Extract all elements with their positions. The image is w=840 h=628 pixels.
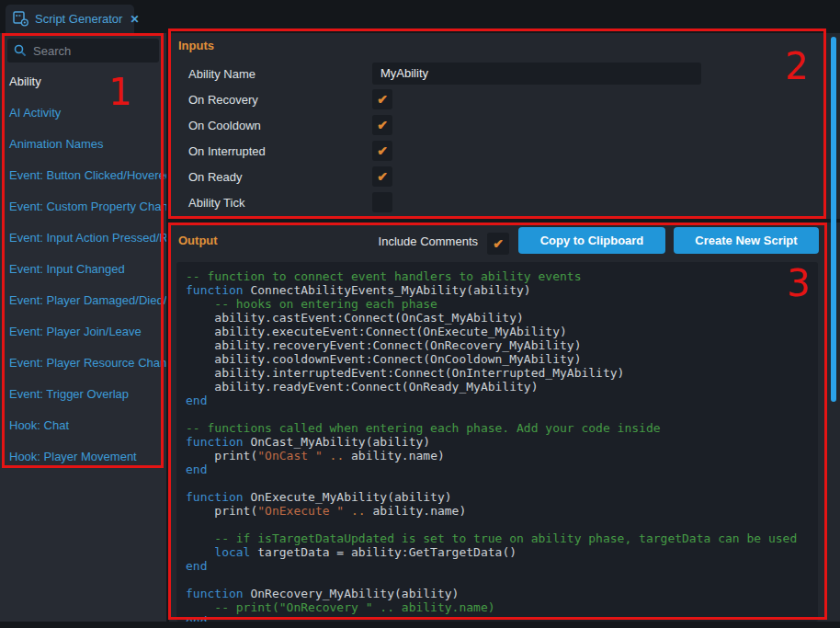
include-comments-checkbox[interactable]: ✔ [487,233,509,255]
sidebar-item[interactable]: Event: Input Changed [0,254,166,285]
code-line: ability.castEvent:Connect(OnCast_MyAbili… [186,311,809,325]
code-line: -- print("OnRecovery " .. ability.name) [186,600,809,614]
check-icon: ✔ [377,119,388,131]
code-line: -- functions called when entering each p… [186,421,809,435]
tab-bar: Script Generator ✕ [0,0,840,33]
sidebar-item[interactable]: AI Activity [0,97,166,129]
vertical-scrollbar[interactable] [831,37,836,402]
code-line: print("OnCast " .. ability.name) [186,449,809,462]
sidebar-item[interactable]: Hook: Chat [0,410,166,441]
code-line: -- function to connect event handlers to… [186,269,809,283]
create-new-script-button[interactable]: Create New Script [674,227,819,254]
output-header: Output [178,234,218,247]
code-line: -- hooks on entering each phase [186,297,809,311]
sidebar-item[interactable]: Ability [0,66,166,97]
code-line: ability.readyEvent:Connect(OnReady_MyAbi… [186,380,809,394]
check-icon: ✔ [377,170,388,183]
sidebar-item[interactable]: Hook: Player Movement [0,441,166,473]
input-label: On Ready [188,170,372,184]
code-line: ability.recoveryEvent:Connect(OnRecovery… [186,338,809,352]
code-line: function OnRecovery_MyAbility(ability) [186,587,809,600]
code-line: local targetData = ability:GetTargetData… [186,545,809,559]
on-ready-checkbox[interactable]: ✔ [372,166,392,187]
code-line: ability.interruptedEvent:Connect(OnInter… [186,366,809,380]
code-line: end [186,394,809,407]
code-line: print("OnExecute " .. ability.name) [186,504,809,518]
window-bottom-edge [0,622,840,628]
include-comments-label: Include Comments [371,234,478,248]
sidebar-list: AbilityAI ActivityAnimation NamesEvent: … [0,66,166,473]
code-line [186,518,809,531]
sidebar-item[interactable]: Event: Trigger Overlap [0,379,166,410]
input-row: On Interrupted✔ [169,138,840,164]
input-label: On Interrupted [188,144,372,158]
check-icon: ✔ [377,93,388,106]
copy-to-clipboard-button[interactable]: Copy to Clipboard [518,227,665,254]
sidebar-item[interactable]: Event: Player Damaged/Died/Respawned [0,285,166,316]
input-row: Ability NameMyAbility [169,61,840,86]
code-block[interactable]: -- function to connect event handlers to… [176,262,818,622]
sidebar: AbilityAI ActivityAnimation NamesEvent: … [0,33,166,622]
script-generator-window: Script Generator ✕ AbilityAI ActivityAni… [0,0,840,628]
input-label: On Cooldown [188,119,372,132]
code-line: function ConnectAbilityEvents_MyAbility(… [186,283,809,297]
search-input[interactable] [31,43,142,59]
input-label: Ability Name [188,67,372,81]
sidebar-item[interactable]: Event: Player Resource Changed [0,348,166,379]
tab-script-generator[interactable]: Script Generator ✕ [6,5,134,33]
code-line: function OnCast_MyAbility(ability) [186,435,809,449]
sidebar-item[interactable]: Event: Custom Property Changed [0,191,166,223]
output-panel: Output Include Comments ✔ Copy to Clipbo… [169,223,840,622]
ability-name-input[interactable]: MyAbility [372,63,701,85]
code-line: function OnExecute_MyAbility(ability) [186,490,809,504]
input-row: On Ready✔ [169,164,840,189]
input-row: On Cooldown✔ [169,112,840,138]
sidebar-item[interactable]: Event: Player Join/Leave [0,316,166,348]
on-cooldown-checkbox[interactable]: ✔ [372,115,392,135]
on-recovery-checkbox[interactable]: ✔ [372,89,392,109]
on-interrupted-checkbox[interactable]: ✔ [372,141,392,161]
check-icon: ✔ [377,144,388,157]
check-icon: ✔ [493,237,504,250]
code-line: end [186,614,809,622]
code-line: ability.executeEvent:Connect(OnExecute_M… [186,325,809,338]
inputs-rows: Ability NameMyAbilityOn Recovery✔On Cool… [169,61,840,215]
code-line: end [186,559,809,573]
code-line [186,407,809,421]
tab-close-icon[interactable]: ✕ [130,13,139,26]
tab-title: Script Generator [35,12,122,26]
inputs-panel: Inputs Ability NameMyAbilityOn Recovery✔… [169,33,840,219]
code-line: ability.cooldownEvent:Connect(OnCooldown… [186,352,809,366]
input-row: On Recovery✔ [169,86,840,112]
script-generator-icon [13,11,29,27]
input-row: Ability Tick [169,189,840,215]
sidebar-item[interactable]: Event: Button Clicked/Hovered [0,160,166,191]
sidebar-item[interactable]: Animation Names [0,129,166,160]
search-box[interactable] [7,39,159,63]
search-icon [14,44,27,57]
ability-tick-checkbox[interactable] [372,192,392,212]
input-label: On Recovery [188,93,372,107]
input-label: Ability Tick [188,196,372,210]
inputs-header: Inputs [178,39,214,52]
code-line [186,573,809,587]
code-line: -- if isTargetDataUpdated is set to true… [186,531,809,545]
code-line [186,476,809,490]
code-line: end [186,462,809,476]
sidebar-item[interactable]: Event: Input Action Pressed/Released [0,223,166,254]
